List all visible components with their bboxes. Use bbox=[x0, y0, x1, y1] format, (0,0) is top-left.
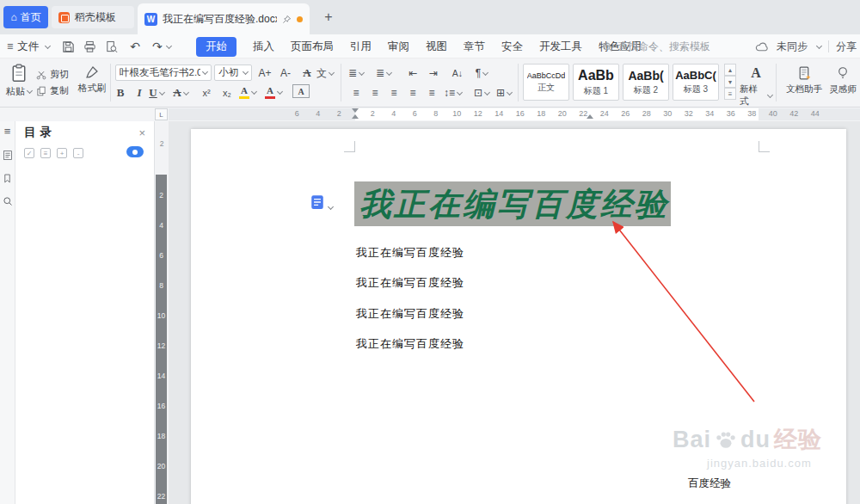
menu-item[interactable]: 页面布局 bbox=[291, 40, 334, 54]
body-paragraph[interactable]: 我正在编写百度经验 bbox=[356, 268, 464, 299]
vertical-ruler[interactable]: 2 246810121416182022 bbox=[155, 121, 169, 504]
style-item[interactable]: AaBb( 标题 2 bbox=[623, 64, 669, 101]
shrink-font-button[interactable]: A- bbox=[277, 65, 294, 82]
menu-bar-right: 未同步 分享 bbox=[755, 34, 857, 58]
tab-home[interactable]: ⌂ 首页 bbox=[3, 6, 48, 28]
print-preview-button[interactable] bbox=[105, 40, 118, 53]
menu-item[interactable]: 视图 bbox=[426, 40, 447, 54]
menu-item[interactable]: 审阅 bbox=[388, 40, 409, 54]
sort-button[interactable]: A↓ bbox=[449, 65, 466, 82]
justify-button[interactable]: ≡ bbox=[404, 84, 421, 101]
divider bbox=[341, 64, 341, 101]
new-tab-button[interactable]: + bbox=[320, 9, 337, 26]
doc-assistant-button[interactable]: 文档助手 bbox=[784, 65, 824, 95]
selected-title-block[interactable]: 我正在编写百度经验 bbox=[354, 181, 671, 226]
font-name-select[interactable]: 叶根友毛笔行书2.0 bbox=[115, 65, 212, 81]
new-style-button[interactable]: A 新样式 bbox=[740, 65, 772, 108]
first-line-indent-marker[interactable] bbox=[352, 108, 359, 113]
clear-format-button[interactable]: A bbox=[298, 65, 316, 82]
gallery-down-button[interactable]: ▾ bbox=[724, 76, 736, 88]
subscript-button[interactable]: x₂ bbox=[218, 84, 236, 101]
bold-button[interactable]: B bbox=[112, 84, 129, 101]
command-search[interactable]: 查找命令、搜索模板 bbox=[602, 34, 710, 58]
menu-item[interactable]: 开始 bbox=[196, 37, 236, 57]
body-paragraph[interactable]: 我正在编写百度经验 bbox=[356, 329, 464, 360]
right-indent-marker[interactable] bbox=[587, 114, 593, 119]
body-paragraph[interactable]: 我正在编写百度经验 bbox=[356, 237, 464, 268]
redo-button[interactable]: ↷ bbox=[152, 38, 171, 55]
grow-font-button[interactable]: A+ bbox=[256, 65, 273, 82]
file-menu[interactable]: ≡ 文件 bbox=[7, 34, 50, 58]
page-bottom-text[interactable]: 百度经验 bbox=[688, 476, 731, 491]
document-title-text[interactable]: 我正在编写百度经验 bbox=[354, 181, 671, 226]
tab-document[interactable]: W 我正在编写百度经验.docx bbox=[138, 3, 310, 34]
tab-selector-box[interactable]: L bbox=[155, 108, 168, 120]
char-shading-button[interactable]: A bbox=[292, 84, 310, 98]
bookmark-panel-icon[interactable] bbox=[3, 173, 12, 184]
numbering-button[interactable]: ≣ bbox=[375, 65, 392, 82]
watermark-brand-prefix: Bai bbox=[673, 427, 711, 453]
distribute-button[interactable]: ≡ bbox=[423, 84, 440, 101]
fill-color-button[interactable]: ⊡ bbox=[473, 84, 490, 101]
cut-button[interactable]: 剪切 bbox=[36, 66, 69, 83]
toc-body[interactable] bbox=[17, 164, 152, 502]
share-button[interactable]: 分享 bbox=[836, 40, 857, 54]
style-item[interactable]: AaBbCcDd 正文 bbox=[523, 64, 569, 101]
ruler-number: 8 bbox=[156, 270, 167, 300]
save-button[interactable] bbox=[62, 40, 75, 53]
ruler-number: 28 bbox=[636, 108, 658, 120]
font-size-select[interactable]: 小初 bbox=[214, 65, 252, 81]
menu-item[interactable]: 插入 bbox=[253, 40, 274, 54]
align-left-button[interactable]: ≡ bbox=[347, 84, 365, 101]
increase-indent-button[interactable]: ⇥ bbox=[425, 65, 442, 82]
ruler-number: 8 bbox=[426, 108, 447, 120]
find-panel-icon[interactable] bbox=[3, 196, 13, 206]
borders-button[interactable]: ⊞ bbox=[495, 84, 513, 101]
tab-docer-templates[interactable]: 稻壳模板 bbox=[52, 6, 134, 28]
heading-style-popup-button[interactable] bbox=[310, 194, 333, 210]
align-center-button[interactable]: ≡ bbox=[366, 84, 384, 101]
close-icon[interactable]: × bbox=[138, 126, 145, 139]
underline-button[interactable]: U bbox=[148, 84, 165, 101]
menu-item[interactable]: 章节 bbox=[464, 40, 485, 54]
paste-button[interactable]: 粘贴 bbox=[5, 64, 33, 98]
inspiration-button[interactable]: 灵感师 bbox=[827, 65, 858, 95]
style-item[interactable]: AaBb 标题 1 bbox=[573, 64, 619, 101]
pin-icon[interactable] bbox=[282, 15, 292, 24]
sync-status-label[interactable]: 未同步 bbox=[777, 40, 808, 54]
toc-collapse-button[interactable]: - bbox=[73, 148, 83, 158]
unsaved-dot[interactable] bbox=[297, 16, 303, 22]
hanging-indent-marker[interactable] bbox=[352, 114, 359, 119]
menu-item[interactable]: 安全 bbox=[501, 40, 523, 54]
superscript-button[interactable]: x² bbox=[198, 84, 215, 101]
bullets-button[interactable]: ≣ bbox=[347, 65, 365, 82]
ruler-number: 14 bbox=[488, 108, 510, 120]
document-page[interactable]: 我正在编写百度经验 我正在编写百度经验我正在编写百度经验我正在编写百度经验我正在… bbox=[191, 129, 846, 504]
menu-item[interactable]: 开发工具 bbox=[539, 40, 582, 54]
line-spacing-button[interactable]: ↕≡ bbox=[444, 84, 462, 101]
gallery-more-button[interactable]: ≡ bbox=[724, 88, 736, 100]
pinyin-guide-button[interactable]: 文 bbox=[316, 65, 334, 82]
format-painter-button[interactable]: 格式刷 bbox=[76, 65, 108, 95]
italic-button[interactable]: I bbox=[131, 84, 148, 101]
highlight-color-button[interactable]: A bbox=[239, 83, 256, 101]
decrease-indent-button[interactable]: ⇤ bbox=[404, 65, 421, 82]
toc-level-button[interactable]: ≡ bbox=[40, 148, 51, 158]
undo-button[interactable]: ↶ bbox=[126, 38, 144, 55]
align-right-button[interactable]: ≡ bbox=[385, 84, 402, 101]
menu-item[interactable]: 引用 bbox=[350, 40, 372, 54]
paragraph-mark-button[interactable]: ¶ bbox=[473, 65, 490, 82]
copy-button[interactable]: 复制 bbox=[36, 83, 69, 99]
outline-panel-icon[interactable] bbox=[3, 150, 13, 161]
ruler-number: 42 bbox=[783, 108, 805, 120]
body-paragraph[interactable]: 我正在编写百度经验 bbox=[356, 298, 464, 329]
strikethrough-button[interactable]: A bbox=[172, 84, 189, 101]
toc-check-button[interactable]: ✓ bbox=[24, 148, 34, 158]
panel-menu-icon[interactable]: ≡ bbox=[4, 125, 11, 138]
gallery-up-button[interactable]: ▴ bbox=[724, 64, 736, 76]
print-button[interactable] bbox=[83, 40, 96, 53]
toc-visibility-toggle[interactable] bbox=[126, 146, 144, 157]
style-item[interactable]: AaBbC( 标题 3 bbox=[673, 64, 719, 101]
toc-expand-button[interactable]: + bbox=[57, 148, 67, 158]
font-color-button[interactable]: A bbox=[265, 83, 282, 101]
